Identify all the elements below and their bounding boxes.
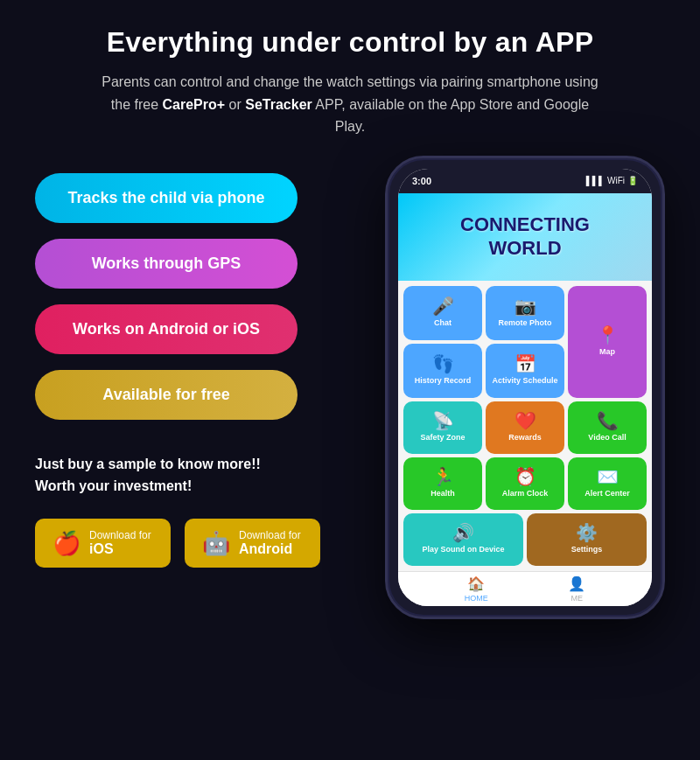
cta-line1: Just buy a sample to know more!! [35,453,368,476]
remote-photo-label: Remote Photo [498,318,551,328]
sound-icon: 🔊 [452,524,474,541]
android-icon: 🤖 [202,532,230,554]
health-label: Health [430,489,455,499]
content-section: Tracks the child via phone Works through… [35,164,665,619]
subtitle-text: Parents can control and change the watch… [96,71,604,138]
health-icon: 🏃 [432,468,454,485]
app-grid: 🎤 Chat 📷 Remote Photo 📍 Map [398,281,652,571]
android-prefix: Download for [239,529,301,541]
camera-icon: 📷 [514,297,536,315]
me-tab-icon: 👤 [568,575,585,592]
left-panel: Tracks the child via phone Works through… [35,164,368,568]
wifi-icon: WiFi [607,176,625,185]
download-ios-button[interactable]: 🍎 Download for iOS [35,519,171,568]
subtitle-or: or [225,97,245,112]
alarm-icon: ⏰ [514,468,536,485]
video-call-label: Video Call [588,433,626,443]
android-platform: Android [239,541,301,557]
grid-row-4: 🏃 Health ⏰ Alarm Clock ✉️ Alert Center [403,457,647,510]
feature-pill-2: Works through GPS [35,239,298,289]
video-call-icon: 📞 [597,412,619,429]
cell-safety: 📡 Safety Zone [403,401,482,454]
app-title-line1: CONNECTING [460,213,590,236]
carepro-label: CarePro+ [163,97,226,112]
app-header: CONNECTING WORLD [398,193,652,281]
phone-screen: 3:00 ▌▌▌ WiFi 🔋 CONNECTING WORLD [398,169,652,606]
page-wrapper: Everything under control by an APP Paren… [0,0,700,760]
cell-video-call: 📞 Video Call [568,401,647,454]
subtitle-part2: APP, available on the App Store and Goog… [312,97,589,135]
home-tab-icon: 🏠 [467,575,485,592]
cell-chat: 🎤 Chat [403,286,482,340]
phone-outer: 3:00 ▌▌▌ WiFi 🔋 CONNECTING WORLD [385,156,665,619]
status-icons: ▌▌▌ WiFi 🔋 [586,176,638,185]
app-title-line2: WORLD [460,237,590,260]
cell-alert: ✉️ Alert Center [568,457,647,510]
header-section: Everything under control by an APP Paren… [35,26,665,138]
signal-icon: ▌▌▌ [586,176,605,185]
cell-history: 👣 History Record [403,344,482,398]
activity-icon: 📅 [514,355,536,373]
ios-btn-text: Download for iOS [89,529,151,557]
status-bar: 3:00 ▌▌▌ WiFi 🔋 [398,169,652,193]
phone-mockup: 3:00 ▌▌▌ WiFi 🔋 CONNECTING WORLD [385,156,665,619]
rewards-label: Rewards [508,433,542,443]
map-icon: 📍 [597,326,619,344]
app-title: CONNECTING WORLD [460,213,590,260]
cta-line2: Worth your investment! [35,475,368,498]
settings-label: Settings [571,545,603,554]
download-android-button[interactable]: 🤖 Download for Android [185,519,320,568]
play-sound-label: Play Sound on Device [422,545,504,554]
ios-prefix: Download for [89,529,151,541]
grid-row-3: 📡 Safety Zone ❤️ Rewards 📞 Video Call [403,401,647,454]
feature-pill-4: Available for free [35,370,298,420]
download-buttons: 🍎 Download for iOS 🤖 Download for Androi… [35,519,368,568]
map-label: Map [599,347,615,357]
phone-bottom-bar: 🏠 HOME 👤 ME [398,571,652,606]
cell-play-sound: 🔊 Play Sound on Device [403,513,523,566]
apple-icon: 🍎 [52,532,80,554]
home-tab-label: HOME [465,594,488,603]
android-btn-text: Download for Android [239,529,301,557]
grid-rows-1-2: 🎤 Chat 📷 Remote Photo 📍 Map [403,286,647,398]
cell-remote-photo: 📷 Remote Photo [486,286,564,340]
safety-label: Safety Zone [420,433,465,443]
history-icon: 👣 [432,355,454,373]
page-title: Everything under control by an APP [35,26,665,59]
activity-label: Activity Schedule [492,376,557,386]
grid-row-5: 🔊 Play Sound on Device ⚙️ Settings [403,513,647,566]
me-tab-label: ME [571,594,584,603]
phone-time: 3:00 [412,176,431,186]
chat-icon: 🎤 [432,297,454,315]
cell-activity: 📅 Activity Schedule [486,344,564,398]
cell-alarm: ⏰ Alarm Clock [486,457,564,510]
rewards-icon: ❤️ [514,412,536,429]
alarm-label: Alarm Clock [502,489,549,499]
tab-me[interactable]: 👤 ME [568,575,585,603]
cta-text: Just buy a sample to know more!! Worth y… [35,453,368,498]
battery-icon: 🔋 [627,176,638,185]
cell-map: 📍 Map [568,286,647,398]
alert-icon: ✉️ [597,468,619,485]
ios-platform: iOS [89,541,151,557]
settings-icon: ⚙️ [576,524,598,541]
chat-label: Chat [434,318,452,328]
safety-icon: 📡 [432,412,454,429]
cell-health: 🏃 Health [403,457,482,510]
feature-pill-3: Works on Android or iOS [35,304,298,354]
setracker-label: SeTracker [245,97,312,112]
alert-label: Alert Center [584,489,630,499]
tab-home[interactable]: 🏠 HOME [465,575,488,603]
cell-rewards: ❤️ Rewards [486,401,564,454]
feature-pill-1: Tracks the child via phone [35,173,298,223]
cell-settings: ⚙️ Settings [527,513,647,566]
history-label: History Record [415,376,472,386]
